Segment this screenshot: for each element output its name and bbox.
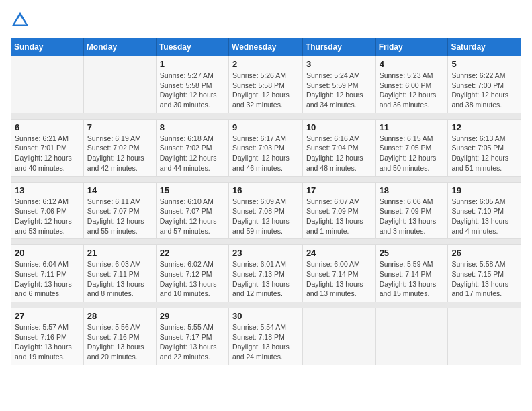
week-separator [11, 302, 521, 308]
day-number: 2 [232, 59, 299, 69]
day-info: Sunrise: 5:24 AMSunset: 5:59 PMDaylight:… [306, 71, 372, 110]
calendar-cell: 4Sunrise: 5:23 AMSunset: 6:00 PMDaylight… [375, 56, 448, 113]
calendar-cell: 25Sunrise: 5:59 AMSunset: 7:14 PMDayligh… [375, 245, 448, 302]
calendar-cell [302, 308, 375, 365]
calendar-cell: 21Sunrise: 6:03 AMSunset: 7:11 PMDayligh… [83, 245, 156, 302]
day-number: 23 [232, 248, 299, 258]
day-number: 11 [380, 122, 445, 132]
weekday-header: Tuesday [156, 38, 228, 56]
day-number: 21 [87, 248, 152, 258]
calendar-week-row: 13Sunrise: 6:12 AMSunset: 7:06 PMDayligh… [11, 182, 521, 239]
week-separator [11, 239, 521, 245]
day-info: Sunrise: 6:11 AMSunset: 7:07 PMDaylight:… [87, 197, 152, 236]
day-number: 4 [380, 59, 445, 69]
day-number: 28 [87, 311, 152, 321]
calendar-week-row: 6Sunrise: 6:21 AMSunset: 7:01 PMDaylight… [11, 119, 521, 176]
day-info: Sunrise: 5:59 AMSunset: 7:14 PMDaylight:… [380, 259, 445, 299]
day-number: 15 [160, 185, 225, 195]
day-number: 1 [160, 59, 225, 69]
day-number: 24 [306, 248, 372, 258]
calendar-cell [83, 56, 156, 113]
calendar-cell: 8Sunrise: 6:18 AMSunset: 7:02 PMDaylight… [156, 119, 228, 176]
day-info: Sunrise: 5:54 AMSunset: 7:18 PMDaylight:… [232, 322, 299, 362]
day-info: Sunrise: 5:27 AMSunset: 5:58 PMDaylight:… [160, 71, 225, 110]
day-number: 29 [160, 311, 225, 321]
day-info: Sunrise: 6:21 AMSunset: 7:01 PMDaylight:… [15, 134, 80, 173]
calendar-cell: 26Sunrise: 5:58 AMSunset: 7:15 PMDayligh… [448, 245, 521, 302]
calendar-cell [11, 56, 84, 113]
calendar-cell [375, 308, 448, 365]
day-info: Sunrise: 5:26 AMSunset: 5:58 PMDaylight:… [232, 71, 299, 110]
calendar-cell: 28Sunrise: 5:56 AMSunset: 7:16 PMDayligh… [83, 308, 156, 365]
weekday-header: Sunday [11, 38, 84, 56]
calendar-cell: 29Sunrise: 5:55 AMSunset: 7:17 PMDayligh… [156, 308, 228, 365]
day-info: Sunrise: 6:10 AMSunset: 7:07 PMDaylight:… [160, 197, 225, 236]
weekday-header: Thursday [302, 38, 375, 56]
weekday-header: Monday [83, 38, 156, 56]
calendar-cell: 14Sunrise: 6:11 AMSunset: 7:07 PMDayligh… [83, 182, 156, 239]
day-number: 30 [232, 311, 299, 321]
day-number: 13 [15, 185, 80, 195]
calendar-cell: 16Sunrise: 6:09 AMSunset: 7:08 PMDayligh… [229, 182, 303, 239]
day-info: Sunrise: 5:55 AMSunset: 7:17 PMDaylight:… [160, 322, 225, 362]
calendar-week-row: 20Sunrise: 6:04 AMSunset: 7:11 PMDayligh… [11, 245, 521, 302]
week-separator [11, 176, 521, 182]
day-number: 27 [15, 311, 80, 321]
day-number: 17 [306, 185, 372, 195]
day-info: Sunrise: 6:04 AMSunset: 7:11 PMDaylight:… [15, 259, 80, 299]
day-info: Sunrise: 6:01 AMSunset: 7:13 PMDaylight:… [232, 259, 299, 299]
weekday-header: Saturday [448, 38, 521, 56]
calendar-cell: 11Sunrise: 6:15 AMSunset: 7:05 PMDayligh… [375, 119, 448, 176]
calendar-cell: 2Sunrise: 5:26 AMSunset: 5:58 PMDaylight… [229, 56, 303, 113]
day-info: Sunrise: 6:05 AMSunset: 7:10 PMDaylight:… [451, 197, 517, 236]
day-number: 12 [451, 122, 517, 132]
weekday-header: Wednesday [229, 38, 303, 56]
calendar-cell [448, 308, 521, 365]
week-separator [11, 113, 521, 119]
day-info: Sunrise: 6:02 AMSunset: 7:12 PMDaylight:… [160, 259, 225, 299]
day-number: 20 [15, 248, 80, 258]
day-info: Sunrise: 6:09 AMSunset: 7:08 PMDaylight:… [232, 197, 299, 236]
calendar-cell: 19Sunrise: 6:05 AMSunset: 7:10 PMDayligh… [448, 182, 521, 239]
calendar-cell: 7Sunrise: 6:19 AMSunset: 7:02 PMDaylight… [83, 119, 156, 176]
calendar-cell: 15Sunrise: 6:10 AMSunset: 7:07 PMDayligh… [156, 182, 228, 239]
day-info: Sunrise: 5:58 AMSunset: 7:15 PMDaylight:… [451, 259, 517, 299]
calendar-cell: 1Sunrise: 5:27 AMSunset: 5:58 PMDaylight… [156, 56, 228, 113]
calendar-cell: 17Sunrise: 6:07 AMSunset: 7:09 PMDayligh… [302, 182, 375, 239]
calendar-cell: 24Sunrise: 6:00 AMSunset: 7:14 PMDayligh… [302, 245, 375, 302]
day-info: Sunrise: 5:23 AMSunset: 6:00 PMDaylight:… [380, 71, 445, 110]
day-info: Sunrise: 6:18 AMSunset: 7:02 PMDaylight:… [160, 134, 225, 173]
calendar-cell: 3Sunrise: 5:24 AMSunset: 5:59 PMDaylight… [302, 56, 375, 113]
day-number: 8 [160, 122, 225, 132]
day-info: Sunrise: 6:13 AMSunset: 7:05 PMDaylight:… [451, 134, 517, 173]
day-info: Sunrise: 6:07 AMSunset: 7:09 PMDaylight:… [306, 197, 372, 236]
day-number: 3 [306, 59, 372, 69]
day-number: 18 [380, 185, 445, 195]
logo-icon [11, 11, 30, 30]
day-info: Sunrise: 6:15 AMSunset: 7:05 PMDaylight:… [380, 134, 445, 173]
logo [11, 11, 32, 30]
calendar-cell: 10Sunrise: 6:16 AMSunset: 7:04 PMDayligh… [302, 119, 375, 176]
day-info: Sunrise: 5:57 AMSunset: 7:16 PMDaylight:… [15, 322, 80, 362]
calendar-cell: 18Sunrise: 6:06 AMSunset: 7:09 PMDayligh… [375, 182, 448, 239]
day-info: Sunrise: 6:03 AMSunset: 7:11 PMDaylight:… [87, 259, 152, 299]
calendar-cell: 27Sunrise: 5:57 AMSunset: 7:16 PMDayligh… [11, 308, 84, 365]
calendar-header-row: SundayMondayTuesdayWednesdayThursdayFrid… [11, 38, 521, 56]
day-number: 14 [87, 185, 152, 195]
day-number: 10 [306, 122, 372, 132]
day-info: Sunrise: 5:56 AMSunset: 7:16 PMDaylight:… [87, 322, 152, 362]
page-header [11, 11, 521, 30]
day-number: 7 [87, 122, 152, 132]
day-info: Sunrise: 6:06 AMSunset: 7:09 PMDaylight:… [380, 197, 445, 236]
calendar-week-row: 27Sunrise: 5:57 AMSunset: 7:16 PMDayligh… [11, 308, 521, 365]
day-number: 5 [451, 59, 517, 69]
day-number: 16 [232, 185, 299, 195]
day-info: Sunrise: 6:22 AMSunset: 7:00 PMDaylight:… [451, 71, 517, 110]
day-info: Sunrise: 6:17 AMSunset: 7:03 PMDaylight:… [232, 134, 299, 173]
calendar-cell: 23Sunrise: 6:01 AMSunset: 7:13 PMDayligh… [229, 245, 303, 302]
calendar-cell: 9Sunrise: 6:17 AMSunset: 7:03 PMDaylight… [229, 119, 303, 176]
calendar-cell: 20Sunrise: 6:04 AMSunset: 7:11 PMDayligh… [11, 245, 84, 302]
calendar-cell: 22Sunrise: 6:02 AMSunset: 7:12 PMDayligh… [156, 245, 228, 302]
day-number: 9 [232, 122, 299, 132]
weekday-header: Friday [375, 38, 448, 56]
